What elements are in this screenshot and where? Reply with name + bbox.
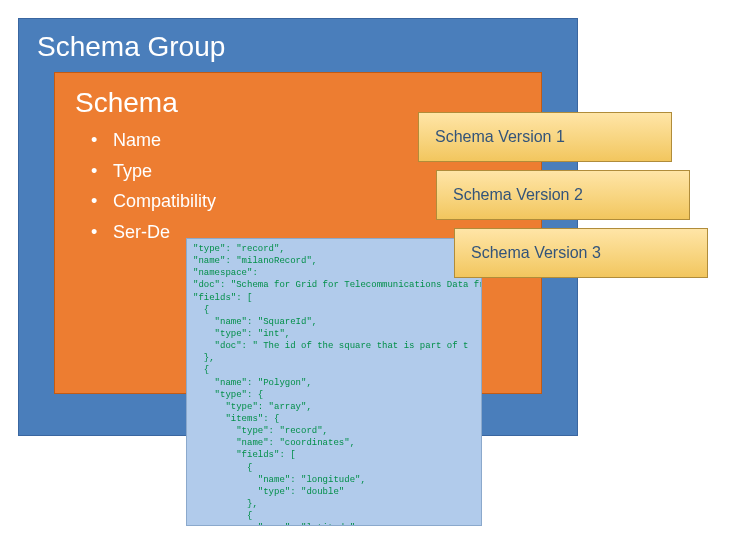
schema-json-sample: "type": "record", "name": "milanoRecord"… [186, 238, 482, 526]
schema-version-1-card: Schema Version 1 [418, 112, 672, 162]
schema-version-2-card: Schema Version 2 [436, 170, 690, 220]
diagram-canvas: Schema Group Schema Name Type Compatibil… [0, 0, 743, 540]
schema-version-1-label: Schema Version 1 [435, 128, 565, 146]
schema-version-3-card: Schema Version 3 [454, 228, 708, 278]
schema-group-title: Schema Group [37, 31, 559, 63]
schema-version-2-label: Schema Version 2 [453, 186, 583, 204]
schema-version-3-label: Schema Version 3 [471, 244, 601, 262]
